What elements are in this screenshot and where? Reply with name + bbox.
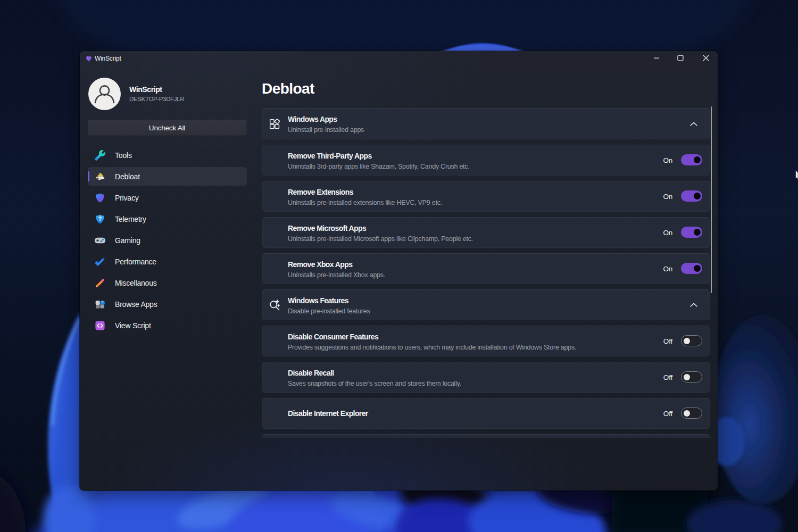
svg-text:?: ? (98, 216, 102, 222)
